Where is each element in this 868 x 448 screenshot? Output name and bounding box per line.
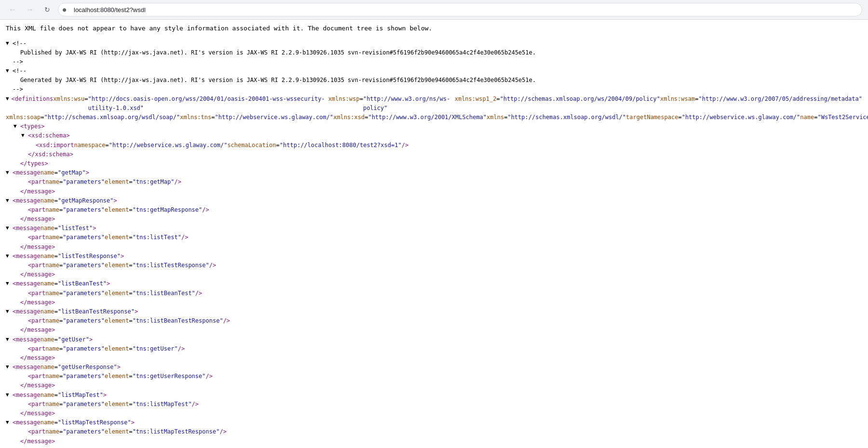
message-listtestresponse-end: </message>	[6, 270, 862, 279]
back-button[interactable]: ←	[6, 3, 19, 16]
message-listbeantestresponse: ▼<message name="listBeanTestResponse">	[6, 307, 862, 316]
message-listbeantestresponse-end: </message>	[6, 326, 862, 335]
reload-button[interactable]: ↻	[41, 3, 54, 16]
message-listmaptest-end: </message>	[6, 409, 862, 418]
xml-comment-line-2: Generated by JAX-WS RI (http://jax-ws.ja…	[6, 76, 862, 85]
message-listmaptestresponse-end: </message>	[6, 437, 862, 446]
xml-comment-line-1: Published by JAX-WS RI (http://jax-ws.ja…	[6, 48, 862, 57]
collapse-arrow-msg8[interactable]: ▼	[6, 363, 13, 371]
collapse-arrow-msg5[interactable]: ▼	[6, 279, 13, 288]
collapse-arrow-msg9[interactable]: ▼	[6, 391, 13, 399]
message-listtest-part: <part name="parameters" element="tns:lis…	[6, 233, 862, 242]
collapse-arrow-porttype[interactable]: ▼	[6, 446, 13, 448]
message-getuserresponse-part: <part name="parameters" element="tns:get…	[6, 372, 862, 381]
message-getmap-end: </message>	[6, 187, 862, 196]
collapse-arrow-msg1[interactable]: ▼	[6, 168, 13, 177]
porttype-line: ▼<portType name="WsTest2">	[6, 446, 862, 448]
message-listmaptestresponse: ▼<message name="listMapTestResponse">	[6, 418, 862, 427]
collapse-arrow-2[interactable]: ▼	[6, 67, 13, 75]
collapse-arrow-msg2[interactable]: ▼	[6, 196, 13, 205]
message-listtestresponse: ▼<message name="listTestResponse">	[6, 252, 862, 261]
xml-comment-end-1: -->	[6, 57, 862, 67]
definitions-line: ▼<definitions xmlns:wsu="http://docs.oas…	[6, 95, 862, 113]
definitions-line-2: xmlns:soap="http://schemas.xmlsoap.org/w…	[6, 113, 862, 122]
forward-button[interactable]: →	[23, 3, 37, 16]
collapse-arrow-msg3[interactable]: ▼	[6, 224, 13, 232]
schema-line: ▼<xsd:schema>	[6, 131, 862, 140]
message-listtest-end: </message>	[6, 243, 862, 252]
collapse-arrow-types[interactable]: ▼	[14, 122, 20, 131]
xml-line-2: ▼<!--	[6, 67, 862, 76]
xml-line: ▼<!--	[6, 39, 862, 48]
message-listtest: ▼<message name="listTest">	[6, 224, 862, 233]
message-getmap: ▼<message name="getMap">	[6, 168, 862, 177]
message-getmapresponse-end: </message>	[6, 215, 862, 224]
message-getuser: ▼<message name="getUser">	[6, 335, 862, 344]
message-listbeantest: ▼<message name="listBeanTest">	[6, 279, 862, 288]
collapse-arrow-msg10[interactable]: ▼	[6, 418, 13, 427]
message-listbeantestresponse-part: <part name="parameters" element="tns:lis…	[6, 316, 862, 326]
collapse-arrow-msg7[interactable]: ▼	[6, 335, 13, 344]
message-listmaptestresponse-part: <part name="parameters" element="tns:lis…	[6, 427, 862, 436]
schema-end: </xsd:schema>	[6, 150, 862, 159]
xml-content: ▼<!-- Published by JAX-WS RI (http://jax…	[6, 39, 862, 448]
collapse-arrow-msg4[interactable]: ▼	[6, 252, 13, 260]
collapse-arrow-schema[interactable]: ▼	[21, 131, 28, 140]
collapse-arrow-1[interactable]: ▼	[6, 39, 13, 48]
message-getmapresponse: ▼<message name="getMapResponse">	[6, 196, 862, 205]
message-getuserresponse-end: </message>	[6, 381, 862, 390]
types-line: ▼<types>	[6, 122, 862, 131]
message-listtestresponse-part: <part name="parameters" element="tns:lis…	[6, 261, 862, 270]
info-bar: This XML file does not appear to have an…	[6, 24, 862, 33]
types-end: </types>	[6, 159, 862, 168]
collapse-arrow-msg6[interactable]: ▼	[6, 307, 13, 316]
address-bar[interactable]	[58, 3, 862, 16]
message-getuser-part: <part name="parameters" element="tns:get…	[6, 344, 862, 353]
xsd-import-line: <xsd:import namespace="http://webservice…	[6, 141, 862, 150]
message-listmaptest: ▼<message name="listMapTest">	[6, 391, 862, 400]
message-getmapresponse-part: <part name="parameters" element="tns:get…	[6, 205, 862, 215]
message-getmap-part: <part name="parameters" element="tns:get…	[6, 177, 862, 187]
message-listbeantest-part: <part name="parameters" element="tns:lis…	[6, 289, 862, 298]
collapse-arrow-def[interactable]: ▼	[6, 95, 12, 103]
message-getuser-end: </message>	[6, 353, 862, 363]
xml-comment-end-2: -->	[6, 85, 862, 94]
message-listbeantest-end: </message>	[6, 298, 862, 307]
message-listmaptest-part: <part name="parameters" element="tns:lis…	[6, 400, 862, 409]
message-getuserresponse: ▼<message name="getUserResponse">	[6, 363, 862, 372]
